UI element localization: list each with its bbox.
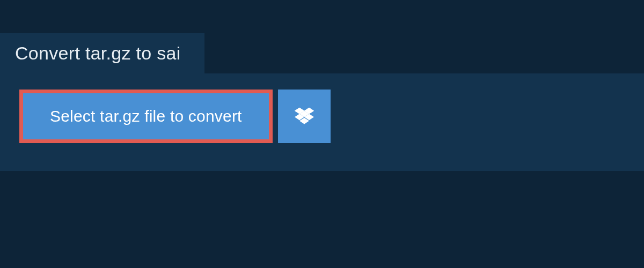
select-file-label: Select tar.gz file to convert — [50, 107, 242, 125]
dropbox-icon — [295, 107, 314, 125]
button-row: Select tar.gz file to convert — [19, 90, 625, 143]
dropbox-button[interactable] — [278, 90, 331, 143]
upload-panel: Select tar.gz file to convert — [0, 73, 644, 171]
active-tab[interactable]: Convert tar.gz to sai — [0, 33, 204, 73]
tab-header: Convert tar.gz to sai — [0, 0, 644, 73]
tab-title: Convert tar.gz to sai — [15, 43, 181, 63]
select-file-button[interactable]: Select tar.gz file to convert — [19, 90, 273, 143]
